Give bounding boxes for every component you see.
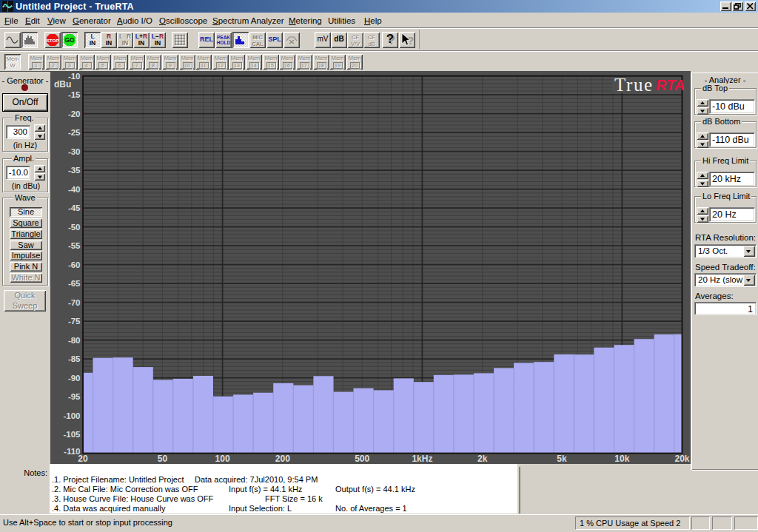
svg-text:STOP: STOP	[47, 38, 59, 43]
svg-text:-60: -60	[68, 260, 81, 269]
svg-text:50: 50	[158, 454, 168, 464]
svg-text:500: 500	[355, 454, 369, 464]
svg-text:20k: 20k	[674, 454, 689, 464]
svg-text:-105: -105	[63, 430, 81, 439]
svg-text:100: 100	[215, 454, 230, 464]
svg-text:-15: -15	[68, 90, 81, 99]
svg-text:-75: -75	[68, 317, 81, 326]
svg-text:GO: GO	[64, 36, 75, 44]
svg-text:-100: -100	[63, 411, 80, 420]
svg-text:1kHz: 1kHz	[412, 454, 432, 464]
svg-text:-20: -20	[68, 110, 81, 118]
svg-text:-85: -85	[68, 354, 81, 363]
svg-text:-70: -70	[68, 298, 81, 307]
svg-text:-65: -65	[68, 279, 81, 288]
svg-text:2k: 2k	[477, 454, 488, 464]
svg-text:200: 200	[275, 454, 290, 464]
svg-text:-35: -35	[68, 166, 81, 175]
svg-text:-50: -50	[68, 223, 81, 232]
svg-text:-55: -55	[68, 241, 81, 250]
svg-text:RTA: RTA	[656, 77, 685, 93]
svg-text:-40: -40	[68, 185, 81, 194]
svg-text:True: True	[614, 75, 654, 95]
svg-text:-30: -30	[68, 147, 81, 156]
svg-text:-95: -95	[68, 392, 81, 401]
svg-text:-25: -25	[68, 128, 81, 137]
svg-text:dBu: dBu	[54, 79, 71, 90]
svg-text:-45: -45	[68, 203, 81, 212]
svg-text:10k: 10k	[614, 454, 629, 464]
svg-text:-80: -80	[68, 336, 81, 345]
svg-text:5k: 5k	[557, 454, 567, 464]
svg-text:20: 20	[78, 454, 88, 464]
svg-text:-90: -90	[68, 374, 81, 383]
